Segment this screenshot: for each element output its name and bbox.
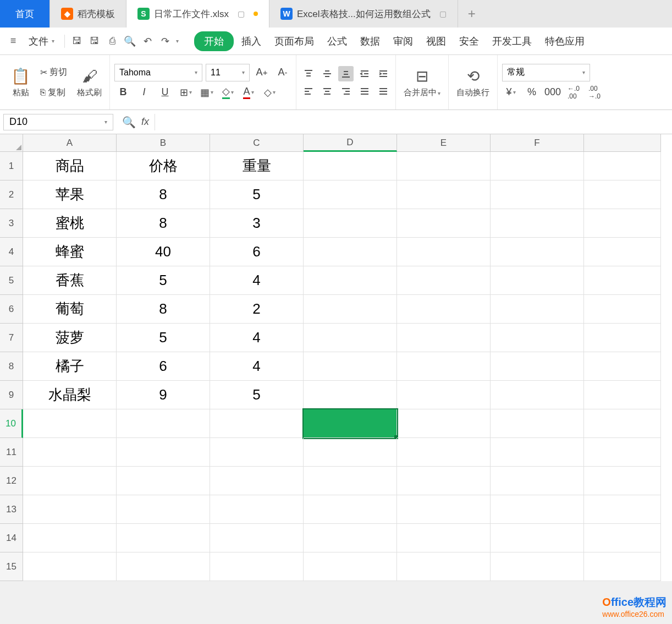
row-header[interactable]: 14 <box>0 524 23 552</box>
cell[interactable] <box>117 495 210 524</box>
decrease-indent-button[interactable] <box>357 66 372 81</box>
cell[interactable] <box>210 438 304 467</box>
cell[interactable] <box>23 409 117 438</box>
align-center-button[interactable] <box>320 84 335 99</box>
cell[interactable] <box>491 295 584 324</box>
tab-home[interactable]: 首页 <box>0 0 50 28</box>
cell[interactable] <box>584 352 661 381</box>
cell[interactable] <box>397 152 491 180</box>
cell[interactable] <box>23 495 117 524</box>
cell[interactable]: 4 <box>210 324 304 352</box>
cell[interactable]: 6 <box>117 352 210 381</box>
row-header[interactable]: 5 <box>0 266 23 295</box>
format-painter-button[interactable]: 🖌 格式刷 <box>74 67 105 98</box>
name-box[interactable]: D10 ▾ <box>3 114 113 130</box>
cell[interactable] <box>210 409 304 438</box>
cell[interactable]: 菠萝 <box>23 324 117 352</box>
cell[interactable] <box>304 524 397 552</box>
cell[interactable] <box>304 209 397 238</box>
percent-button[interactable]: % <box>523 84 541 101</box>
cell[interactable]: 重量 <box>210 152 304 180</box>
cell[interactable] <box>304 409 397 438</box>
align-top-button[interactable] <box>301 66 316 81</box>
zoom-icon[interactable]: 🔍 <box>122 116 136 129</box>
cell[interactable]: 价格 <box>117 152 210 180</box>
cell[interactable] <box>491 180 584 209</box>
cell[interactable] <box>491 495 584 524</box>
cell[interactable] <box>584 152 661 180</box>
row-header[interactable]: 9 <box>0 381 23 409</box>
cell[interactable] <box>304 467 397 495</box>
paste-button[interactable]: 📋 粘贴 <box>8 67 34 98</box>
cell[interactable]: 水晶梨 <box>23 381 117 409</box>
formula-input[interactable] <box>155 114 667 130</box>
cell[interactable]: 4 <box>210 352 304 381</box>
select-all-corner[interactable] <box>0 134 23 152</box>
font-size-select[interactable]: 11▾ <box>206 64 250 81</box>
cell[interactable] <box>397 209 491 238</box>
ribbon-tab-data[interactable]: 数据 <box>355 31 385 51</box>
col-header-F[interactable]: F <box>491 134 584 152</box>
cell[interactable]: 3 <box>210 209 304 238</box>
cell[interactable] <box>584 238 661 266</box>
cell[interactable] <box>397 438 491 467</box>
col-header-E[interactable]: E <box>397 134 491 152</box>
cell[interactable] <box>117 524 210 552</box>
ribbon-tab-insert[interactable]: 插入 <box>236 31 267 51</box>
cell[interactable]: 40 <box>117 238 210 266</box>
cell[interactable]: 葡萄 <box>23 295 117 324</box>
ribbon-tab-review[interactable]: 审阅 <box>388 31 418 51</box>
fill-color-button[interactable]: ◇▾ <box>219 84 236 101</box>
save-icon[interactable]: 🖫 <box>69 34 85 49</box>
cell[interactable] <box>491 438 584 467</box>
cell[interactable] <box>210 495 304 524</box>
cell[interactable] <box>304 381 397 409</box>
cell[interactable] <box>491 209 584 238</box>
cell[interactable] <box>584 381 661 409</box>
increase-decimal-button[interactable]: .00→.0 <box>586 84 603 101</box>
ribbon-tab-layout[interactable]: 页面布局 <box>269 31 320 51</box>
redo-icon[interactable]: ↷ <box>157 34 173 49</box>
cell[interactable] <box>584 552 661 581</box>
cell[interactable]: 蜜桃 <box>23 209 117 238</box>
cell[interactable] <box>304 352 397 381</box>
col-header-C[interactable]: C <box>210 134 304 152</box>
cell[interactable] <box>397 467 491 495</box>
ribbon-tab-devtools[interactable]: 开发工具 <box>487 31 537 51</box>
cell[interactable]: 8 <box>117 180 210 209</box>
print-preview-icon[interactable]: 🔍 <box>122 34 137 49</box>
col-header-B[interactable]: B <box>117 134 210 152</box>
font-name-select[interactable]: Tahoma▾ <box>114 64 202 81</box>
thousands-button[interactable]: 000 <box>544 84 561 101</box>
row-header[interactable]: 6 <box>0 295 23 324</box>
align-left-button[interactable] <box>301 84 316 99</box>
cell[interactable]: 6 <box>210 238 304 266</box>
italic-button[interactable]: I <box>135 84 153 101</box>
cell[interactable] <box>397 552 491 581</box>
cell[interactable] <box>210 552 304 581</box>
cell[interactable] <box>304 438 397 467</box>
cell[interactable] <box>491 524 584 552</box>
align-justify-button[interactable] <box>357 84 372 99</box>
cell[interactable] <box>304 238 397 266</box>
window-icon[interactable]: ▢ <box>238 9 245 18</box>
tab-article[interactable]: W Excel表格技...如何运用数组公式 ▢ <box>269 0 458 28</box>
cell[interactable] <box>117 438 210 467</box>
menu-file[interactable]: 文件▾ <box>23 31 60 51</box>
cell[interactable] <box>397 180 491 209</box>
row-header[interactable]: 10 <box>0 409 23 438</box>
cell[interactable] <box>117 552 210 581</box>
row-header[interactable]: 11 <box>0 438 23 467</box>
cell[interactable] <box>304 295 397 324</box>
row-header[interactable]: 7 <box>0 324 23 352</box>
cell[interactable]: 5 <box>117 266 210 295</box>
font-color-button[interactable]: A▾ <box>240 84 257 101</box>
cell[interactable] <box>491 409 584 438</box>
cell[interactable] <box>304 152 397 180</box>
cell[interactable] <box>584 467 661 495</box>
cell[interactable] <box>584 524 661 552</box>
cell[interactable] <box>491 552 584 581</box>
cell[interactable] <box>117 409 210 438</box>
cell[interactable] <box>23 552 117 581</box>
ribbon-tab-start[interactable]: 开始 <box>194 31 234 51</box>
